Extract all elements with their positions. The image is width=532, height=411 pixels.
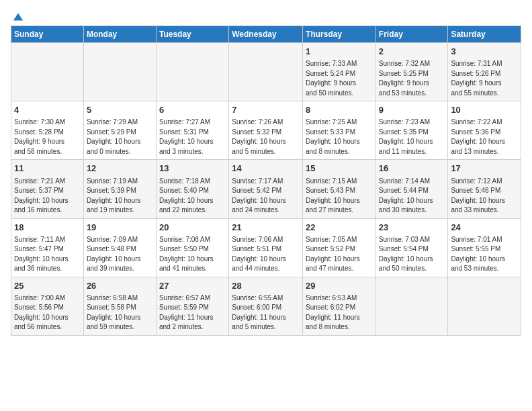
calendar-cell	[229, 43, 303, 101]
day-info: Sunrise: 7:22 AM Sunset: 5:36 PM Dayligh…	[451, 118, 518, 156]
day-info: Sunrise: 7:25 AM Sunset: 5:33 PM Dayligh…	[306, 118, 373, 156]
calendar-cell: 12Sunrise: 7:19 AM Sunset: 5:39 PM Dayli…	[83, 160, 156, 218]
day-number: 23	[379, 222, 445, 234]
day-number: 1	[306, 46, 373, 58]
col-header-sunday: Sunday	[11, 26, 84, 43]
calendar-cell: 9Sunrise: 7:23 AM Sunset: 5:35 PM Daylig…	[375, 101, 448, 160]
day-info: Sunrise: 7:30 AM Sunset: 5:28 PM Dayligh…	[14, 118, 81, 156]
day-info: Sunrise: 6:58 AM Sunset: 5:58 PM Dayligh…	[87, 293, 153, 332]
day-info: Sunrise: 7:12 AM Sunset: 5:46 PM Dayligh…	[451, 177, 518, 216]
logo-icon	[12, 11, 24, 23]
calendar-cell	[156, 43, 228, 101]
calendar-cell	[11, 43, 84, 101]
col-header-saturday: Saturday	[448, 26, 521, 43]
calendar-cell: 13Sunrise: 7:18 AM Sunset: 5:40 PM Dayli…	[156, 160, 228, 218]
day-number: 17	[451, 163, 518, 175]
day-number: 25	[14, 280, 81, 292]
day-info: Sunrise: 7:29 AM Sunset: 5:29 PM Dayligh…	[87, 118, 153, 156]
day-info: Sunrise: 7:27 AM Sunset: 5:31 PM Dayligh…	[159, 118, 226, 156]
day-number: 24	[451, 222, 518, 234]
day-number: 5	[87, 104, 153, 116]
day-number: 20	[159, 222, 226, 234]
day-number: 29	[306, 280, 373, 292]
week-row-0: 1Sunrise: 7:33 AM Sunset: 5:24 PM Daylig…	[11, 43, 521, 101]
calendar-cell: 4Sunrise: 7:30 AM Sunset: 5:28 PM Daylig…	[11, 101, 84, 160]
calendar-cell: 24Sunrise: 7:01 AM Sunset: 5:55 PM Dayli…	[448, 218, 521, 277]
calendar-cell	[448, 277, 521, 335]
calendar-cell: 6Sunrise: 7:27 AM Sunset: 5:31 PM Daylig…	[156, 101, 228, 160]
day-number: 11	[14, 163, 81, 175]
header-row: SundayMondayTuesdayWednesdayThursdayFrid…	[11, 26, 521, 43]
day-info: Sunrise: 7:03 AM Sunset: 5:54 PM Dayligh…	[379, 235, 445, 274]
logo	[11, 11, 24, 20]
day-info: Sunrise: 6:53 AM Sunset: 6:02 PM Dayligh…	[306, 293, 373, 332]
calendar-cell: 1Sunrise: 7:33 AM Sunset: 5:24 PM Daylig…	[303, 43, 376, 101]
week-row-3: 18Sunrise: 7:11 AM Sunset: 5:47 PM Dayli…	[11, 218, 521, 277]
day-info: Sunrise: 7:06 AM Sunset: 5:51 PM Dayligh…	[232, 235, 300, 274]
calendar-cell: 20Sunrise: 7:08 AM Sunset: 5:50 PM Dayli…	[156, 218, 228, 277]
day-number: 14	[232, 163, 300, 175]
day-info: Sunrise: 7:00 AM Sunset: 5:56 PM Dayligh…	[14, 293, 81, 332]
day-number: 6	[159, 104, 226, 116]
calendar-cell: 3Sunrise: 7:31 AM Sunset: 5:26 PM Daylig…	[448, 43, 521, 101]
day-number: 19	[87, 222, 153, 234]
day-info: Sunrise: 7:15 AM Sunset: 5:43 PM Dayligh…	[306, 177, 373, 216]
calendar-cell: 7Sunrise: 7:26 AM Sunset: 5:32 PM Daylig…	[229, 101, 303, 160]
calendar-cell: 19Sunrise: 7:09 AM Sunset: 5:48 PM Dayli…	[83, 218, 156, 277]
calendar-cell: 21Sunrise: 7:06 AM Sunset: 5:51 PM Dayli…	[229, 218, 303, 277]
calendar-cell: 22Sunrise: 7:05 AM Sunset: 5:52 PM Dayli…	[303, 218, 376, 277]
day-number: 9	[379, 104, 445, 116]
day-number: 18	[14, 222, 81, 234]
day-info: Sunrise: 7:11 AM Sunset: 5:47 PM Dayligh…	[14, 235, 81, 274]
day-info: Sunrise: 7:18 AM Sunset: 5:40 PM Dayligh…	[159, 177, 226, 216]
week-row-4: 25Sunrise: 7:00 AM Sunset: 5:56 PM Dayli…	[11, 277, 521, 335]
svg-marker-0	[13, 13, 23, 21]
day-info: Sunrise: 7:17 AM Sunset: 5:42 PM Dayligh…	[232, 177, 300, 216]
calendar-table: SundayMondayTuesdayWednesdayThursdayFrid…	[11, 26, 521, 336]
calendar-cell: 28Sunrise: 6:55 AM Sunset: 6:00 PM Dayli…	[229, 277, 303, 335]
calendar-cell	[375, 277, 448, 335]
day-info: Sunrise: 7:01 AM Sunset: 5:55 PM Dayligh…	[451, 235, 518, 274]
day-number: 10	[451, 104, 518, 116]
calendar-cell: 18Sunrise: 7:11 AM Sunset: 5:47 PM Dayli…	[11, 218, 84, 277]
calendar-cell: 15Sunrise: 7:15 AM Sunset: 5:43 PM Dayli…	[303, 160, 376, 218]
day-info: Sunrise: 7:05 AM Sunset: 5:52 PM Dayligh…	[306, 235, 373, 274]
day-number: 27	[159, 280, 226, 292]
day-info: Sunrise: 7:09 AM Sunset: 5:48 PM Dayligh…	[87, 235, 153, 274]
calendar-cell: 27Sunrise: 6:57 AM Sunset: 5:59 PM Dayli…	[156, 277, 228, 335]
day-number: 2	[379, 46, 445, 58]
day-info: Sunrise: 7:26 AM Sunset: 5:32 PM Dayligh…	[232, 118, 300, 156]
day-number: 8	[306, 104, 373, 116]
week-row-2: 11Sunrise: 7:21 AM Sunset: 5:37 PM Dayli…	[11, 160, 521, 218]
calendar-cell: 29Sunrise: 6:53 AM Sunset: 6:02 PM Dayli…	[303, 277, 376, 335]
day-number: 26	[87, 280, 153, 292]
col-header-thursday: Thursday	[303, 26, 376, 43]
page-header	[11, 11, 521, 20]
calendar-cell: 10Sunrise: 7:22 AM Sunset: 5:36 PM Dayli…	[448, 101, 521, 160]
calendar-cell	[83, 43, 156, 101]
day-number: 4	[14, 104, 81, 116]
day-number: 7	[232, 104, 300, 116]
col-header-monday: Monday	[83, 26, 156, 43]
calendar-cell: 16Sunrise: 7:14 AM Sunset: 5:44 PM Dayli…	[375, 160, 448, 218]
week-row-1: 4Sunrise: 7:30 AM Sunset: 5:28 PM Daylig…	[11, 101, 521, 160]
day-number: 13	[159, 163, 226, 175]
col-header-wednesday: Wednesday	[229, 26, 303, 43]
day-info: Sunrise: 7:31 AM Sunset: 5:26 PM Dayligh…	[451, 59, 518, 98]
col-header-friday: Friday	[375, 26, 448, 43]
day-number: 16	[379, 163, 445, 175]
calendar-cell: 8Sunrise: 7:25 AM Sunset: 5:33 PM Daylig…	[303, 101, 376, 160]
calendar-cell: 5Sunrise: 7:29 AM Sunset: 5:29 PM Daylig…	[83, 101, 156, 160]
day-number: 21	[232, 222, 300, 234]
col-header-tuesday: Tuesday	[156, 26, 228, 43]
day-number: 12	[87, 163, 153, 175]
day-number: 3	[451, 46, 518, 58]
calendar-cell: 14Sunrise: 7:17 AM Sunset: 5:42 PM Dayli…	[229, 160, 303, 218]
day-info: Sunrise: 7:19 AM Sunset: 5:39 PM Dayligh…	[87, 177, 153, 216]
day-info: Sunrise: 7:21 AM Sunset: 5:37 PM Dayligh…	[14, 177, 81, 216]
day-info: Sunrise: 7:14 AM Sunset: 5:44 PM Dayligh…	[379, 177, 445, 216]
calendar-cell: 2Sunrise: 7:32 AM Sunset: 5:25 PM Daylig…	[375, 43, 448, 101]
day-info: Sunrise: 7:32 AM Sunset: 5:25 PM Dayligh…	[379, 59, 445, 98]
calendar-cell: 26Sunrise: 6:58 AM Sunset: 5:58 PM Dayli…	[83, 277, 156, 335]
calendar-cell: 17Sunrise: 7:12 AM Sunset: 5:46 PM Dayli…	[448, 160, 521, 218]
